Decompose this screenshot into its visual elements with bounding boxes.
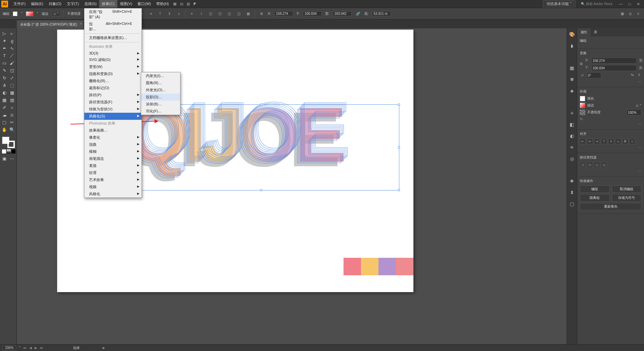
handle-br[interactable] [398,189,400,191]
transform-more-icon[interactable]: ⋯ [580,80,641,83]
toolbar-file-icon[interactable]: ▦ [171,1,178,7]
menu-distort-ps[interactable]: 扭曲▶ [84,141,142,148]
brushes-panel-icon[interactable]: ✾ [569,76,575,83]
gradient-panel-icon[interactable]: ◧ [569,121,575,128]
menu-convert-shape[interactable]: 转换为形状(V)▶ [84,106,142,113]
align-middle-v-icon[interactable]: ⇕ [166,11,172,17]
menu-reapply[interactable]: 投影…Alt+Shift+Ctrl+E [84,21,142,33]
menu-help[interactable]: 帮助(H) [154,0,171,8]
align-cv-icon[interactable]: ⇕ [608,138,614,144]
shape-mode-icon[interactable]: ▦ [245,11,251,17]
menu-rasterize[interactable]: 栅格化(R)… [84,77,142,84]
stock-search[interactable]: 🔍 搜索 Adobe Stock [578,1,615,7]
flip-h-icon[interactable]: ⇋ [630,73,635,78]
menu-window[interactable]: 窗口(W) [135,0,154,8]
prop-fill-swatch[interactable] [580,96,585,101]
pathfinder-more-icon[interactable]: ⋯ [580,169,641,173]
menu-brushstrokes[interactable]: 画笔描边▶ [84,155,142,162]
x-input[interactable] [274,11,293,16]
stroke-weight-dropdown[interactable]: ◇ ˅ [52,11,60,16]
prop-opacity-input[interactable] [627,109,641,115]
menu-view[interactable]: 视图(V) [117,0,135,8]
w-input[interactable] [333,11,352,16]
align-right-icon[interactable]: ⇥ [148,11,154,17]
eyedropper-tool-icon[interactable]: ✐ [1,104,8,111]
swatches-panel-icon[interactable]: ▦ [569,65,575,71]
nav-first-icon[interactable]: ⏮ [23,346,27,350]
zoom-dd-icon[interactable]: ˅ [19,346,21,350]
submenu-round-corners[interactable]: 圆角(R)… [141,79,180,86]
menu-artistic[interactable]: 艺术效果▶ [84,176,142,183]
menu-distort-transform[interactable]: 扭曲和变换(D)▶ [84,70,142,77]
column-graph-tool-icon[interactable]: ⫼ [8,111,16,118]
selection-tool-icon[interactable]: ▷ [1,30,8,37]
prop-angle-input[interactable] [587,72,601,78]
color-guide-icon[interactable]: ◗ [569,42,575,49]
color-mode-gradient-icon[interactable] [7,149,11,153]
h-input[interactable] [372,11,391,16]
prop-opacity-swatch[interactable] [580,110,585,115]
artboard-tool-icon[interactable]: ▢ [1,118,8,126]
prop-stroke-swatch[interactable] [580,103,585,108]
rectangle-tool-icon[interactable]: ▭ [1,59,8,67]
menu-select[interactable]: 选择(S) [82,0,99,8]
align-r-icon[interactable]: ⇥ [594,138,600,144]
align-l-icon[interactable]: ⇤ [580,138,586,144]
handle-mr[interactable] [398,146,400,148]
tab-library[interactable]: 库 [591,28,601,36]
stroke-color-icon[interactable] [7,141,15,148]
align-dist-h-icon[interactable]: ≣ [622,138,628,144]
menu-texture[interactable]: 纹理▶ [84,169,142,176]
stroke-swatch[interactable] [26,11,33,16]
menu-effect[interactable]: 效果(C) [99,0,117,8]
distribute-h-icon[interactable]: ≡ [189,11,195,17]
isolate-icon[interactable]: ◎ [627,11,633,17]
align-t-icon[interactable]: ⤒ [601,138,607,144]
submenu-drop-shadow[interactable]: 投影(D)… [141,94,180,101]
artboards-panel-icon[interactable]: ▢ [569,201,575,207]
layers-panel-icon[interactable]: ❖ [569,178,575,184]
y-input[interactable] [303,11,322,16]
window-close-icon[interactable]: ✕ [635,2,641,6]
shape-builder-tool-icon[interactable]: ◐ [1,89,8,96]
zoom-level[interactable]: 200% [3,345,16,350]
nav-last-icon[interactable]: ⏭ [40,346,43,350]
stroke-dd-icon[interactable]: ˅ [37,12,38,15]
nav-next-icon[interactable]: ▶ [35,346,37,350]
blend-tool-icon[interactable]: ⟐ [8,104,16,111]
distribute-v-icon[interactable]: ⦀ [198,11,204,17]
status-play-icon[interactable]: ▶ [103,346,105,350]
pathfinder-exclude-icon[interactable]: ◲ [236,11,242,17]
fill-stroke-indicator[interactable] [1,135,15,149]
btn-ungroup[interactable]: 取消编组 [612,185,642,193]
align-more-icon[interactable]: ⋯ [580,146,641,149]
menu-warp[interactable]: 变形(W)▶ [84,63,142,70]
menu-blur[interactable]: 模糊▶ [84,148,142,155]
ref-point-grid-icon[interactable]: ⊞ [580,62,582,67]
lasso-tool-icon[interactable]: ϱ [8,37,16,44]
handle-tr[interactable] [398,104,400,106]
menu-file[interactable]: 文件(F) [11,0,28,8]
handle-tc[interactable] [260,104,262,106]
pen-tool-icon[interactable]: ✒ [1,44,8,52]
menu-object[interactable]: 对象(O) [46,0,64,8]
mesh-tool-icon[interactable]: ▩ [1,96,8,104]
hand-tool-icon[interactable]: ✋ [1,126,8,133]
slice-tool-icon[interactable]: ✂ [8,118,16,126]
pf-intersect-icon[interactable]: ◱ [594,162,600,168]
color-mode-fill-icon[interactable] [2,149,6,153]
document-tab[interactable]: 未标题-1* @ 100% (CMYK/GPU 预览) × [17,21,83,28]
align-bottom-icon[interactable]: ⤓ [176,11,182,17]
menu-path[interactable]: 路径(P)▶ [84,92,142,99]
btn-isolate[interactable]: 隔离组 [580,194,610,202]
stroke-panel-icon[interactable]: ≡ [569,110,575,116]
scale-tool-icon[interactable]: ⤢ [8,74,16,81]
more-icon[interactable]: ≡ [635,11,641,17]
toolbar-dart-icon[interactable]: ◤ [192,1,198,7]
magic-wand-tool-icon[interactable]: ✶ [1,37,8,44]
menu-3d[interactable]: 3D(3)▶ [84,50,142,56]
gradient-tool-icon[interactable]: ▨ [8,96,16,104]
align-dist-v-icon[interactable]: ⦀ [629,138,635,144]
screen-mode-icon[interactable]: ▣ [1,155,8,162]
symbol-sprayer-tool-icon[interactable]: ☁ [1,111,8,118]
